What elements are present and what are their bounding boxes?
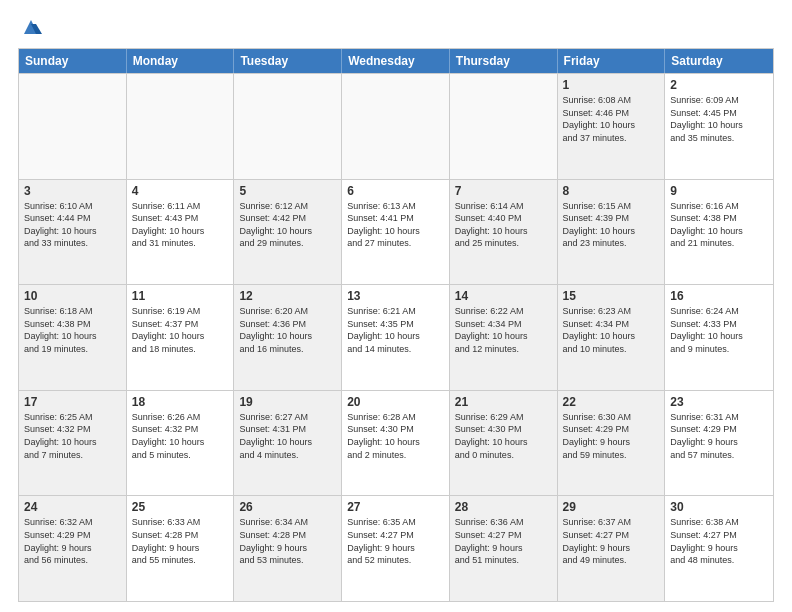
cell-info: Sunrise: 6:14 AMSunset: 4:40 PMDaylight:… [455,200,552,250]
day-number: 9 [670,184,768,198]
calendar-row-3: 17Sunrise: 6:25 AMSunset: 4:32 PMDayligh… [19,390,773,496]
day-number: 11 [132,289,229,303]
calendar-row-0: 1Sunrise: 6:08 AMSunset: 4:46 PMDaylight… [19,73,773,179]
cal-cell-1-1: 4Sunrise: 6:11 AMSunset: 4:43 PMDaylight… [127,180,235,285]
calendar-header: SundayMondayTuesdayWednesdayThursdayFrid… [19,49,773,73]
cell-info: Sunrise: 6:10 AMSunset: 4:44 PMDaylight:… [24,200,121,250]
day-number: 15 [563,289,660,303]
page: SundayMondayTuesdayWednesdayThursdayFrid… [0,0,792,612]
cell-info: Sunrise: 6:33 AMSunset: 4:28 PMDaylight:… [132,516,229,566]
cell-info: Sunrise: 6:09 AMSunset: 4:45 PMDaylight:… [670,94,768,144]
cal-cell-1-4: 7Sunrise: 6:14 AMSunset: 4:40 PMDaylight… [450,180,558,285]
cell-info: Sunrise: 6:35 AMSunset: 4:27 PMDaylight:… [347,516,444,566]
calendar-row-2: 10Sunrise: 6:18 AMSunset: 4:38 PMDayligh… [19,284,773,390]
day-number: 20 [347,395,444,409]
cal-cell-0-1 [127,74,235,179]
day-number: 10 [24,289,121,303]
day-number: 29 [563,500,660,514]
cal-cell-3-3: 20Sunrise: 6:28 AMSunset: 4:30 PMDayligh… [342,391,450,496]
day-number: 21 [455,395,552,409]
day-number: 24 [24,500,121,514]
day-number: 5 [239,184,336,198]
cell-info: Sunrise: 6:11 AMSunset: 4:43 PMDaylight:… [132,200,229,250]
cal-cell-3-5: 22Sunrise: 6:30 AMSunset: 4:29 PMDayligh… [558,391,666,496]
cell-info: Sunrise: 6:15 AMSunset: 4:39 PMDaylight:… [563,200,660,250]
cell-info: Sunrise: 6:28 AMSunset: 4:30 PMDaylight:… [347,411,444,461]
day-number: 4 [132,184,229,198]
cal-cell-2-4: 14Sunrise: 6:22 AMSunset: 4:34 PMDayligh… [450,285,558,390]
day-number: 22 [563,395,660,409]
cal-cell-2-0: 10Sunrise: 6:18 AMSunset: 4:38 PMDayligh… [19,285,127,390]
cell-info: Sunrise: 6:34 AMSunset: 4:28 PMDaylight:… [239,516,336,566]
day-number: 12 [239,289,336,303]
day-number: 8 [563,184,660,198]
cell-info: Sunrise: 6:30 AMSunset: 4:29 PMDaylight:… [563,411,660,461]
cal-cell-2-3: 13Sunrise: 6:21 AMSunset: 4:35 PMDayligh… [342,285,450,390]
day-number: 19 [239,395,336,409]
weekday-header-saturday: Saturday [665,49,773,73]
day-number: 6 [347,184,444,198]
cell-info: Sunrise: 6:37 AMSunset: 4:27 PMDaylight:… [563,516,660,566]
weekday-header-thursday: Thursday [450,49,558,73]
weekday-header-tuesday: Tuesday [234,49,342,73]
cell-info: Sunrise: 6:16 AMSunset: 4:38 PMDaylight:… [670,200,768,250]
cal-cell-1-3: 6Sunrise: 6:13 AMSunset: 4:41 PMDaylight… [342,180,450,285]
cal-cell-0-2 [234,74,342,179]
cal-cell-1-0: 3Sunrise: 6:10 AMSunset: 4:44 PMDaylight… [19,180,127,285]
cal-cell-2-2: 12Sunrise: 6:20 AMSunset: 4:36 PMDayligh… [234,285,342,390]
calendar-row-1: 3Sunrise: 6:10 AMSunset: 4:44 PMDaylight… [19,179,773,285]
day-number: 16 [670,289,768,303]
cell-info: Sunrise: 6:31 AMSunset: 4:29 PMDaylight:… [670,411,768,461]
cal-cell-0-3 [342,74,450,179]
day-number: 25 [132,500,229,514]
cal-cell-0-0 [19,74,127,179]
cell-info: Sunrise: 6:13 AMSunset: 4:41 PMDaylight:… [347,200,444,250]
day-number: 23 [670,395,768,409]
cell-info: Sunrise: 6:18 AMSunset: 4:38 PMDaylight:… [24,305,121,355]
day-number: 2 [670,78,768,92]
cell-info: Sunrise: 6:12 AMSunset: 4:42 PMDaylight:… [239,200,336,250]
cell-info: Sunrise: 6:08 AMSunset: 4:46 PMDaylight:… [563,94,660,144]
cal-cell-4-6: 30Sunrise: 6:38 AMSunset: 4:27 PMDayligh… [665,496,773,601]
cal-cell-4-0: 24Sunrise: 6:32 AMSunset: 4:29 PMDayligh… [19,496,127,601]
weekday-header-friday: Friday [558,49,666,73]
cal-cell-3-2: 19Sunrise: 6:27 AMSunset: 4:31 PMDayligh… [234,391,342,496]
cal-cell-4-5: 29Sunrise: 6:37 AMSunset: 4:27 PMDayligh… [558,496,666,601]
day-number: 7 [455,184,552,198]
calendar-row-4: 24Sunrise: 6:32 AMSunset: 4:29 PMDayligh… [19,495,773,601]
logo-icon [20,16,42,38]
cell-info: Sunrise: 6:20 AMSunset: 4:36 PMDaylight:… [239,305,336,355]
cal-cell-1-5: 8Sunrise: 6:15 AMSunset: 4:39 PMDaylight… [558,180,666,285]
weekday-header-sunday: Sunday [19,49,127,73]
cal-cell-2-5: 15Sunrise: 6:23 AMSunset: 4:34 PMDayligh… [558,285,666,390]
cal-cell-4-4: 28Sunrise: 6:36 AMSunset: 4:27 PMDayligh… [450,496,558,601]
cell-info: Sunrise: 6:23 AMSunset: 4:34 PMDaylight:… [563,305,660,355]
cell-info: Sunrise: 6:29 AMSunset: 4:30 PMDaylight:… [455,411,552,461]
cal-cell-2-6: 16Sunrise: 6:24 AMSunset: 4:33 PMDayligh… [665,285,773,390]
cell-info: Sunrise: 6:36 AMSunset: 4:27 PMDaylight:… [455,516,552,566]
day-number: 17 [24,395,121,409]
cal-cell-1-6: 9Sunrise: 6:16 AMSunset: 4:38 PMDaylight… [665,180,773,285]
cal-cell-4-1: 25Sunrise: 6:33 AMSunset: 4:28 PMDayligh… [127,496,235,601]
cal-cell-2-1: 11Sunrise: 6:19 AMSunset: 4:37 PMDayligh… [127,285,235,390]
day-number: 27 [347,500,444,514]
day-number: 18 [132,395,229,409]
cal-cell-4-3: 27Sunrise: 6:35 AMSunset: 4:27 PMDayligh… [342,496,450,601]
cell-info: Sunrise: 6:38 AMSunset: 4:27 PMDaylight:… [670,516,768,566]
cell-info: Sunrise: 6:21 AMSunset: 4:35 PMDaylight:… [347,305,444,355]
cal-cell-3-6: 23Sunrise: 6:31 AMSunset: 4:29 PMDayligh… [665,391,773,496]
day-number: 28 [455,500,552,514]
logo [18,16,42,38]
day-number: 26 [239,500,336,514]
cal-cell-0-4 [450,74,558,179]
day-number: 3 [24,184,121,198]
cal-cell-3-1: 18Sunrise: 6:26 AMSunset: 4:32 PMDayligh… [127,391,235,496]
cal-cell-0-5: 1Sunrise: 6:08 AMSunset: 4:46 PMDaylight… [558,74,666,179]
cell-info: Sunrise: 6:32 AMSunset: 4:29 PMDaylight:… [24,516,121,566]
cell-info: Sunrise: 6:25 AMSunset: 4:32 PMDaylight:… [24,411,121,461]
cal-cell-3-0: 17Sunrise: 6:25 AMSunset: 4:32 PMDayligh… [19,391,127,496]
cal-cell-0-6: 2Sunrise: 6:09 AMSunset: 4:45 PMDaylight… [665,74,773,179]
weekday-header-wednesday: Wednesday [342,49,450,73]
weekday-header-monday: Monday [127,49,235,73]
cell-info: Sunrise: 6:26 AMSunset: 4:32 PMDaylight:… [132,411,229,461]
